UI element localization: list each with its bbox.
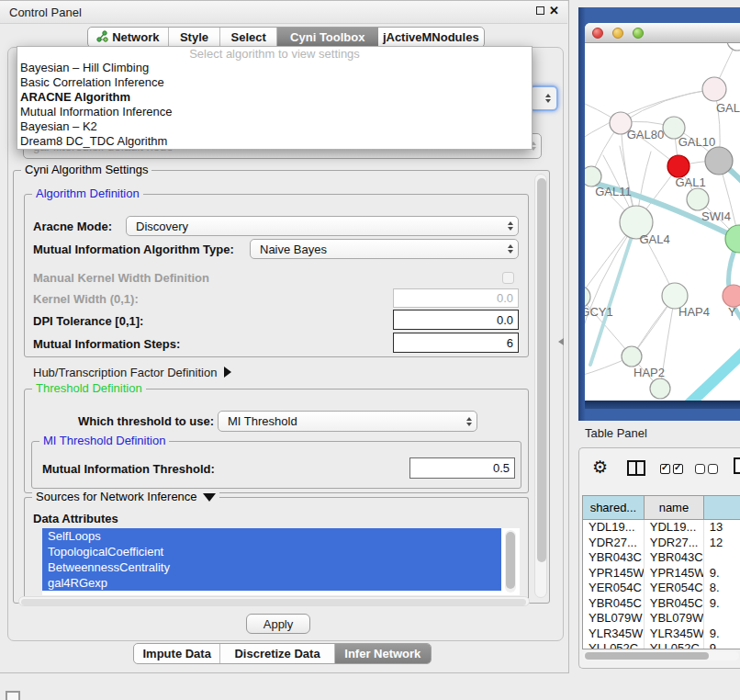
network-node-label: GAL4 (639, 232, 669, 246)
new-table-icon[interactable] (734, 457, 740, 474)
network-node-hap2[interactable] (622, 346, 642, 367)
tab-label: jActiveMNodules (383, 30, 479, 44)
mi-steps-field[interactable]: 6 (393, 333, 519, 353)
combo-stepper-icon (503, 217, 518, 235)
network-node-label: GAL1 (675, 175, 705, 189)
algorithm-option[interactable]: Bayesian – K2 (17, 119, 532, 134)
data-attribute-item[interactable]: SelfLoops (42, 528, 501, 544)
mi-threshold-field[interactable]: 0.5 (409, 457, 515, 479)
sources-title-wrap[interactable]: Sources for Network Inference (32, 490, 219, 504)
settings-horizontal-scrollbar[interactable] (18, 596, 530, 606)
column-layout-icon[interactable] (627, 460, 645, 476)
algorithm-option[interactable]: Bayesian – Hill Climbing (17, 61, 532, 75)
select-all-columns-icon[interactable] (660, 464, 683, 474)
kernel-width-label: Kernel Width (0,1): (33, 292, 139, 306)
close-traffic-light[interactable] (592, 28, 603, 39)
network-edge (621, 89, 714, 123)
algorithm-option[interactable]: Dream8 DC_TDC Algorithm (17, 134, 532, 149)
tab-jactivemnodules[interactable]: jActiveMNodules (378, 28, 484, 47)
table-cell (704, 611, 740, 627)
table-column-header[interactable]: name (645, 496, 704, 520)
tab-style[interactable]: Style (169, 28, 221, 47)
split-collapse-arrow-icon[interactable] (558, 338, 564, 345)
sources-title: Sources for Network Inference (36, 490, 197, 504)
network-node-y[interactable] (723, 285, 740, 307)
network-node-label: GCY1 (585, 305, 613, 319)
network-node-gal1[interactable] (667, 155, 690, 177)
control-panel-tabs: NetworkStyleSelectCyni ToolboxjActiveMNo… (87, 27, 485, 48)
table-row[interactable]: YBR043CYBR043C (583, 550, 740, 566)
algorithm-dropdown: Select algorithm to view settings Bayesi… (17, 46, 533, 150)
algorithm-option[interactable]: Basic Correlation Inference (17, 75, 532, 90)
algorithm-option[interactable]: ARACNE Algorithm (17, 90, 532, 105)
deselect-all-columns-icon[interactable] (695, 464, 718, 474)
table-horizontal-scrollbar[interactable] (583, 651, 739, 660)
network-node-gal11[interactable] (585, 166, 601, 186)
network-node[interactable] (705, 147, 733, 175)
tab-label: Network (112, 30, 159, 44)
network-node[interactable] (725, 225, 740, 253)
table-column-header[interactable] (704, 496, 740, 520)
table-cell: YPR145W (583, 566, 645, 581)
control-panel-titlebar: Control Panel ✕ (0, 1, 567, 24)
network-edge (590, 222, 636, 365)
tab-label: Style (180, 30, 208, 44)
float-window-icon[interactable] (536, 6, 544, 15)
table-cell: YDL19... (645, 520, 704, 536)
table-row[interactable]: YBR045CYBR045C9. (583, 596, 740, 612)
hub-definition-expander[interactable]: Hub/Transcription Factor Definition (33, 364, 231, 380)
network-node-gal7[interactable] (702, 77, 726, 101)
data-attributes-list: SelfLoopsTopologicalCoefficientBetweenne… (42, 528, 501, 591)
table-row[interactable]: YBL079WYBL079W (583, 611, 740, 627)
network-canvas[interactable]: GAL7GAL80GAL10GAL1GAL11SWI4GAL4GCY1HAP4Y… (585, 43, 740, 404)
table-row[interactable]: YDL19...YDL19...13 (583, 520, 740, 536)
table-cell: YPR145W (645, 566, 704, 581)
combo-stepper-icon (462, 412, 477, 431)
which-threshold-label: Which threshold to use: (78, 414, 214, 428)
algorithm-option[interactable]: Mutual Information Inference (17, 105, 532, 119)
network-window-titlebar[interactable] (585, 23, 740, 43)
gear-icon[interactable]: ⚙ (592, 457, 608, 478)
attributes-vertical-scrollbar[interactable] (505, 530, 516, 593)
bottom-tab-infer-network[interactable]: Infer Network (335, 644, 431, 663)
dpi-tolerance-field[interactable]: 0.0 (393, 310, 519, 330)
table-cell: YDR27... (583, 536, 645, 551)
data-attribute-item[interactable]: BetweennessCentrality (42, 559, 501, 575)
combo-stepper-icon (503, 240, 518, 258)
table-row[interactable]: YLR345WYLR345W9. (583, 627, 740, 642)
which-threshold-value: MI Threshold (228, 414, 462, 428)
network-node[interactable] (727, 43, 740, 51)
dpi-tolerance-value: 0.0 (497, 313, 513, 327)
tab-select[interactable]: Select (220, 28, 277, 47)
mini-window-icon[interactable] (6, 691, 20, 700)
data-attributes-listbox: SelfLoopsTopologicalCoefficientBetweenne… (42, 528, 520, 595)
mi-type-combo[interactable]: Naive Bayes (250, 239, 519, 259)
kernel-width-field[interactable]: 0.0 (393, 288, 519, 308)
network-node[interactable] (650, 378, 670, 399)
tab-network[interactable]: Network (88, 28, 169, 47)
apply-button[interactable]: Apply (246, 614, 310, 634)
close-icon[interactable]: ✕ (549, 4, 559, 17)
threshold-definition-title: Threshold Definition (32, 381, 146, 396)
minimize-traffic-light[interactable] (612, 28, 623, 39)
settings-vertical-scrollbar[interactable] (534, 174, 547, 598)
network-node-swi4[interactable] (687, 188, 709, 210)
aracne-mode-combo[interactable]: Discovery (126, 216, 519, 236)
which-threshold-combo[interactable]: MI Threshold (218, 411, 477, 432)
table-row[interactable]: YLL052CYLL052C9. (583, 641, 740, 649)
table-row[interactable]: YDR27...YDR27...12 (583, 536, 740, 551)
data-attribute-item[interactable]: TopologicalCoefficient (42, 544, 501, 559)
tab-cyni-toolbox[interactable]: Cyni Toolbox (277, 28, 377, 47)
control-panel: Control Panel ✕ NetworkStyleSelectCyni T… (0, 0, 569, 673)
data-attributes-label: Data Attributes (33, 512, 118, 525)
bottom-tab-discretize-data[interactable]: Discretize Data (220, 644, 334, 663)
table-row[interactable]: YER054CYER054C8. (583, 581, 740, 596)
table-row[interactable]: YPR145WYPR145W9. (583, 566, 740, 581)
inference-algorithm-combo-fragment[interactable] (529, 85, 558, 111)
data-attribute-item[interactable]: gal4RGexp (42, 575, 501, 591)
manual-kernel-checkbox[interactable] (502, 272, 514, 284)
aracne-mode-label: Aracne Mode: (33, 220, 112, 233)
zoom-traffic-light[interactable] (633, 28, 644, 39)
table-column-header[interactable]: shared... (583, 496, 645, 520)
bottom-tab-impute-data[interactable]: Impute Data (134, 644, 220, 663)
